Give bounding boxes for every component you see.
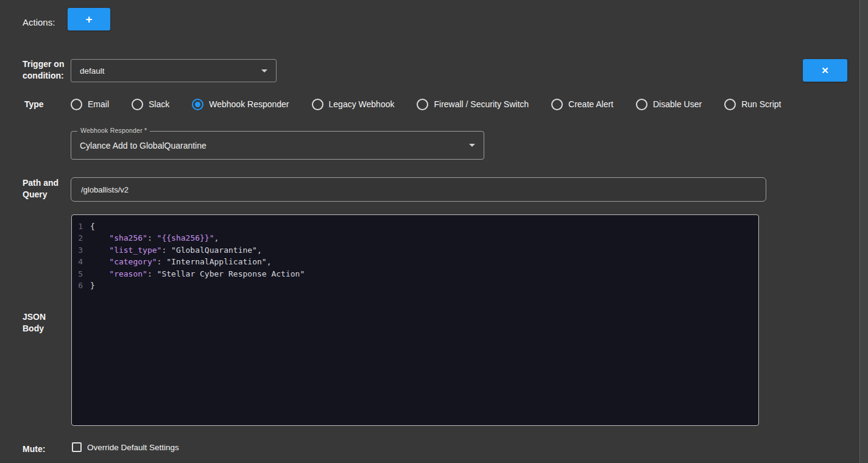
radio-label: Email — [88, 99, 109, 109]
remove-action-button[interactable]: ✕ — [803, 59, 847, 82]
code-lines: 1{2 "sha256": "{{sha256}}",3 "list_type"… — [72, 221, 758, 291]
radio-icon — [192, 99, 203, 110]
code-line-text: "reason": "Stellar Cyber Response Action… — [90, 268, 305, 280]
override-default-settings-label: Override Default Settings — [87, 443, 179, 452]
webhook-responder-select[interactable]: Webhook Responder * Cylance Add to Globa… — [71, 131, 484, 160]
path-and-query-label: Path and Query — [23, 177, 63, 200]
line-number: 2 — [72, 232, 90, 244]
radio-icon — [312, 99, 323, 110]
type-radio-slack[interactable]: Slack — [132, 99, 169, 110]
code-line-text: } — [90, 280, 95, 291]
type-radio-run-script[interactable]: Run Script — [724, 99, 781, 110]
radio-label: Webhook Responder — [209, 99, 289, 109]
type-radio-email[interactable]: Email — [71, 99, 109, 110]
radio-icon — [132, 99, 143, 110]
mute-label: Mute: — [23, 444, 45, 455]
radio-label: Create Alert — [568, 99, 613, 109]
trigger-condition-label: Trigger on condition: — [23, 58, 69, 82]
line-number: 4 — [72, 256, 90, 267]
type-radio-create-alert[interactable]: Create Alert — [551, 99, 613, 110]
radio-label: Run Script — [741, 99, 781, 109]
code-line: 5 "reason": "Stellar Cyber Response Acti… — [72, 268, 758, 280]
code-line-text: "list_type": "GlobalQuarantine", — [90, 244, 262, 256]
radio-icon — [636, 99, 647, 110]
json-body-editor[interactable]: 1{2 "sha256": "{{sha256}}",3 "list_type"… — [71, 214, 759, 426]
override-default-settings-option[interactable]: Override Default Settings — [72, 442, 179, 452]
webhook-responder-field-label: Webhook Responder * — [77, 127, 150, 134]
code-line-text: "category": "InternalApplication", — [90, 256, 271, 267]
code-line: 3 "list_type": "GlobalQuarantine", — [72, 244, 758, 256]
radio-icon — [417, 99, 428, 110]
type-radio-disable-user[interactable]: Disable User — [636, 99, 702, 110]
code-line: 4 "category": "InternalApplication", — [72, 256, 758, 267]
type-radio-webhook-responder[interactable]: Webhook Responder — [192, 99, 289, 110]
scrollbar-track[interactable] — [859, 0, 868, 463]
line-number: 1 — [72, 221, 90, 232]
code-line-text: { — [90, 221, 95, 232]
radio-icon — [724, 99, 736, 110]
add-action-button[interactable]: + — [68, 8, 110, 30]
trigger-condition-value: default — [80, 66, 256, 76]
close-icon: ✕ — [821, 66, 829, 75]
path-and-query-input[interactable] — [71, 177, 766, 202]
line-number: 3 — [72, 244, 90, 256]
checkbox-icon[interactable] — [72, 442, 82, 452]
trigger-condition-select[interactable]: default — [71, 59, 277, 82]
radio-label: Slack — [149, 99, 169, 109]
code-line: 6} — [72, 280, 758, 291]
code-line: 1{ — [72, 221, 758, 232]
type-radio-group: Email Slack Webhook Responder Legacy Web… — [71, 96, 782, 112]
code-line: 2 "sha256": "{{sha256}}", — [72, 232, 758, 244]
type-label: Type — [24, 99, 44, 110]
webhook-responder-value: Cylance Add to GlobalQuarantine — [80, 141, 464, 150]
radio-label: Disable User — [653, 99, 702, 109]
response-action-panel: Actions: + Trigger on condition: default… — [0, 0, 868, 463]
radio-icon — [71, 99, 82, 110]
radio-label: Legacy Webhook — [329, 99, 395, 109]
plus-icon: + — [85, 13, 92, 25]
line-number: 6 — [72, 280, 90, 291]
type-radio-legacy-webhook[interactable]: Legacy Webhook — [312, 99, 395, 110]
chevron-down-icon — [469, 144, 475, 147]
actions-label: Actions: — [23, 16, 55, 28]
type-radio-firewall-security-switch[interactable]: Firewall / Security Switch — [417, 99, 529, 110]
chevron-down-icon — [261, 69, 267, 72]
radio-label: Firewall / Security Switch — [434, 99, 529, 109]
code-line-text: "sha256": "{{sha256}}", — [90, 232, 219, 244]
json-body-label: JSON Body — [23, 311, 53, 334]
radio-icon — [551, 99, 563, 110]
line-number: 5 — [72, 268, 90, 280]
